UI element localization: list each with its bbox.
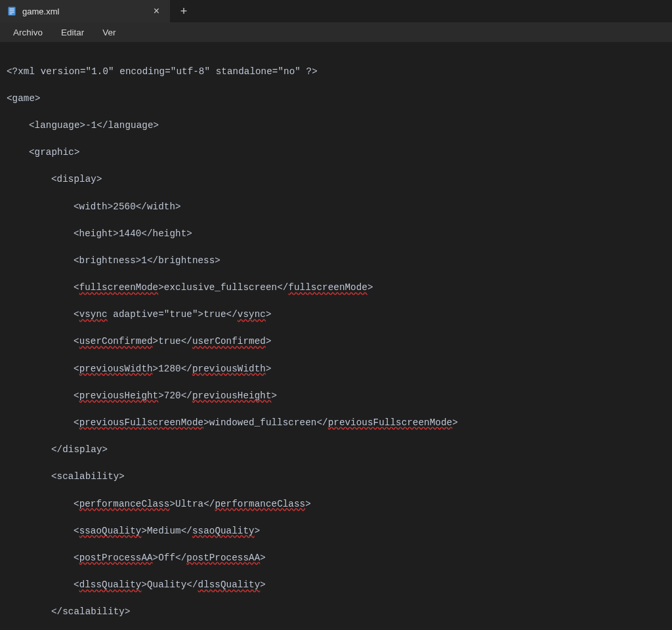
menu-view[interactable]: Ver — [94, 25, 123, 40]
svg-rect-3 — [10, 12, 14, 12]
editor-area[interactable]: <?xml version="1.0" encoding="utf-8" sta… — [0, 42, 672, 630]
code-line: <dlssQuality>Quality</dlssQuality> — [7, 578, 665, 592]
new-tab-button[interactable]: + — [171, 0, 197, 22]
code-line: <postProcessAA>Off</postProcessAA> — [7, 551, 665, 565]
code-line: <performanceClass>Ultra</performanceClas… — [7, 497, 665, 511]
code-line: <ssaoQuality>Medium</ssaoQuality> — [7, 524, 665, 538]
code-line: <game> — [7, 92, 665, 106]
code-line: <graphic> — [7, 146, 665, 159]
code-line: <display> — [7, 173, 665, 186]
svg-rect-1 — [10, 9, 14, 9]
document-icon — [7, 6, 17, 16]
code-line: <scalability> — [7, 470, 665, 484]
code-line: <?xml version="1.0" encoding="utf-8" sta… — [7, 65, 665, 79]
tab-title: game.xml — [22, 7, 146, 16]
code-line: </scalability> — [7, 605, 665, 619]
code-line: <previousFullscreenMode>windowed_fullscr… — [7, 416, 665, 430]
code-line: <previousWidth>1280</previousWidth> — [7, 362, 665, 376]
code-line: <brightness>1</brightness> — [7, 254, 665, 268]
code-line: <userConfirmed>true</userConfirmed> — [7, 335, 665, 348]
code-line: <language>-1</language> — [7, 119, 665, 133]
code-line: </display> — [7, 443, 665, 457]
code-line: <vsync adaptive="true">true</vsync> — [7, 308, 665, 322]
code-line: <height>1440</height> — [7, 227, 665, 241]
menu-edit[interactable]: Editar — [53, 25, 92, 40]
menu-bar: Archivo Editar Ver — [0, 22, 672, 42]
close-tab-button[interactable]: × — [151, 6, 162, 16]
menu-file[interactable]: Archivo — [5, 25, 51, 40]
code-line: <previousHeight>720</previousHeight> — [7, 389, 665, 403]
svg-rect-4 — [10, 14, 12, 14]
code-line: <width>2560</width> — [7, 200, 665, 214]
svg-rect-2 — [10, 10, 14, 11]
tab-game-xml[interactable]: game.xml × — [0, 0, 171, 22]
code-line: <fullscreenMode>exclusive_fullscreen</fu… — [7, 281, 665, 295]
title-bar: game.xml × + — [0, 0, 672, 22]
